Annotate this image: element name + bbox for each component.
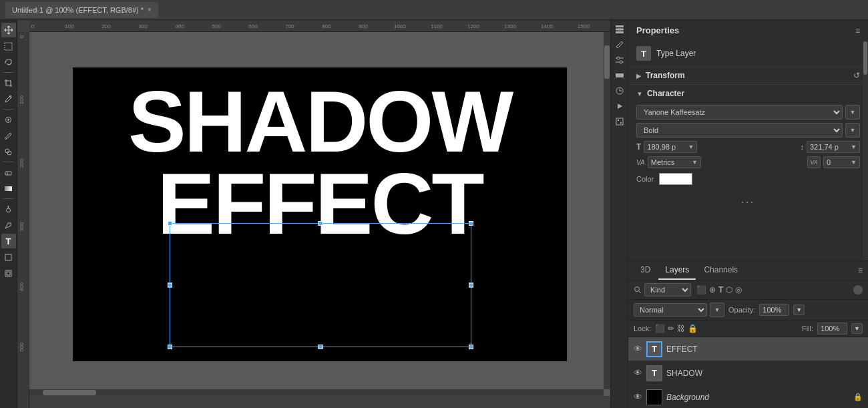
character-section-header[interactable]: ▼ Character [628,84,868,102]
font-style-select[interactable]: Bold [636,123,843,138]
pixel-filter-icon[interactable]: ⬛ [696,285,706,294]
ruler-num: 400 [175,23,184,29]
reset-icon[interactable]: ↺ [853,71,860,80]
opacity-arrow[interactable]: ▼ [793,304,805,315]
separator [3,72,14,73]
canvas-viewport: SHADOW EFFECT [29,32,610,396]
lock-position-icon[interactable]: ✏ [668,324,674,333]
left-toolbar: T [0,20,17,408]
eraser-tool[interactable] [1,165,16,180]
smart-filter-icon[interactable]: ◎ [735,285,742,294]
side-adjustments-icon[interactable] [613,53,626,67]
line-height-input[interactable]: 321,74 p ▼ [807,141,860,153]
fill-value[interactable]: 100% [817,323,847,335]
svg-point-23 [635,287,640,292]
font-family-row: Yanone Kaffeesatz ▼ [636,105,860,120]
document-tab[interactable]: Untitled-1 @ 100% (EFFECT, RGB/8#) * × [5,2,158,18]
eyedropper-tool[interactable] [1,91,16,106]
font-size-arrow: ▼ [688,144,694,150]
dodge-tool[interactable] [1,202,16,216]
kerning-label: VA [636,159,645,166]
kerning-row: VA Metrics ▼ VA 0 ▼ [636,156,860,168]
ruler-num: 600 [248,23,257,29]
canvas-document[interactable]: SHADOW EFFECT [73,67,567,361]
fill-arrow[interactable]: ▼ [851,323,863,334]
font-size-row: T 180,98 p ▼ ↕ 321,74 p ▼ [636,141,860,153]
adjustment-filter-icon[interactable]: ⊕ [709,285,716,294]
lock-pixels-icon[interactable]: ⬛ [655,324,665,333]
side-brush-icon[interactable] [613,38,626,51]
blend-arrow[interactable]: ▼ [710,302,724,317]
tracking-input[interactable]: 0 ▼ [823,156,860,168]
crop-tool[interactable] [1,75,16,90]
lasso-tool[interactable] [1,55,16,69]
kind-filter-select[interactable]: Kind [644,283,691,296]
lock-artboard-icon[interactable]: ⛓ [677,324,685,333]
character-section: ▼ Character Yanone Kaffeesatz ▼ [628,84,868,192]
tab-3d[interactable]: 3D [634,261,657,280]
type-filter-icon[interactable]: T [718,285,723,294]
gradient-tool[interactable] [1,181,16,196]
tab-layers[interactable]: Layers [658,261,696,280]
filter-toggle[interactable] [853,285,863,294]
side-icons-panel [610,20,628,408]
color-swatch[interactable] [659,173,692,185]
color-row: Color [636,172,860,186]
font-family-select[interactable]: Yanone Kaffeesatz [636,105,843,120]
clone-tool[interactable] [1,144,16,159]
style-arrow[interactable]: ▼ [845,123,860,138]
handle-mr [469,282,473,287]
kerning-select[interactable]: Metrics ▼ [648,156,701,168]
selection-tool[interactable] [1,39,16,53]
scrollbar-right[interactable] [604,32,610,389]
side-actions-icon[interactable] [613,99,626,113]
layers-filter-toolbar: Kind ⬛ ⊕ T ⬡ ◎ [628,280,868,300]
shape-filter-icon[interactable]: ⬡ [726,285,732,294]
type-tool[interactable]: T [1,234,16,248]
ruler-num: 1500 [578,23,590,29]
shape-tool[interactable] [1,250,16,264]
layer-background[interactable]: 👁 Background 🔒 [628,385,868,408]
properties-scrollbar-thumb[interactable] [863,41,867,75]
more-options[interactable]: ... [628,192,868,208]
svg-rect-18 [616,73,624,77]
blend-mode-select[interactable]: Normal [634,303,707,317]
brush-tool[interactable] [1,128,16,143]
transform-tool[interactable] [1,266,16,280]
properties-scrollbar[interactable] [863,40,868,260]
eye-icon-effect[interactable]: 👁 [634,344,642,354]
scrollbar-bottom[interactable] [29,389,604,396]
svg-rect-6 [5,186,12,191]
side-gradient-icon[interactable] [613,69,626,82]
character-arrow: ▼ [636,90,643,97]
heal-tool[interactable] [1,112,16,127]
eye-icon-shadow[interactable]: 👁 [634,368,642,378]
side-canvas-icon[interactable] [613,115,626,128]
layers-panel-menu[interactable]: ≡ [858,266,863,275]
properties-menu-icon[interactable]: ≡ [855,26,860,35]
canvas-area: 0 100 200 300 400 500 600 700 800 900 10… [17,20,610,408]
side-history-icon[interactable] [613,84,626,97]
scrollbar-thumb-v[interactable] [604,45,610,79]
font-size-input[interactable]: 180,98 p ▼ [644,141,697,153]
pen-tool[interactable] [1,218,16,232]
move-tool[interactable] [1,23,16,37]
canvas-line2: EFFECT [79,163,560,246]
tab-channels[interactable]: Channels [697,261,744,280]
layer-effect[interactable]: 👁 T EFFECT [628,337,868,361]
eye-icon-background[interactable]: 👁 [634,392,642,402]
layer-name-effect: EFFECT [666,345,863,354]
side-layers-icon[interactable] [613,23,626,36]
font-arrow[interactable]: ▼ [845,105,860,120]
tab-close-button[interactable]: × [148,6,152,13]
layer-shadow[interactable]: 👁 T SHADOW [628,361,868,385]
ruler-num: 1200 [467,23,479,29]
ruler-top: 0 100 200 300 400 500 600 700 800 900 10… [29,20,610,32]
ruler-v-num: 200 [19,159,25,168]
layer-thumb-shadow: T [646,365,662,381]
separator2 [3,109,14,110]
scrollbar-thumb-h[interactable] [43,390,96,395]
opacity-value[interactable]: 100% [759,304,789,316]
transform-section[interactable]: ▶ Transform ↺ [628,67,868,84]
lock-all-icon[interactable]: 🔒 [688,324,698,333]
